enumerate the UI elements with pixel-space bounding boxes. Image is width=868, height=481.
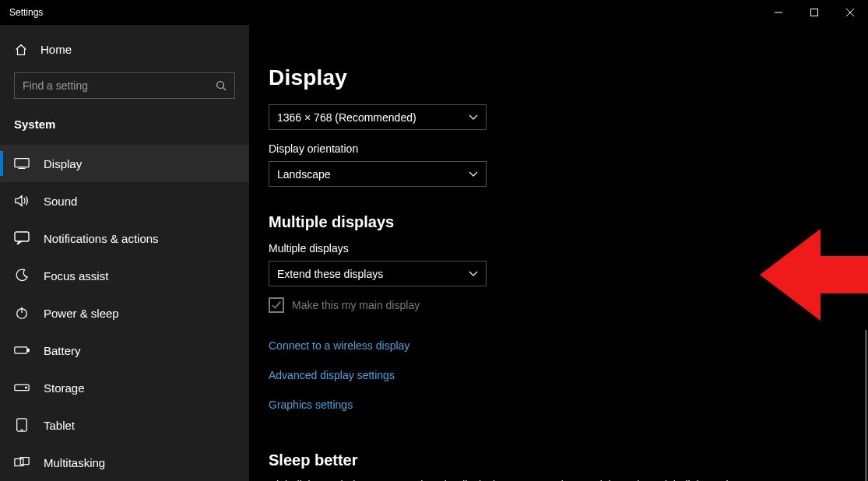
home-label: Home — [40, 43, 72, 56]
scrollbar-thumb[interactable] — [865, 330, 867, 481]
main-display-checkbox-row: Make this my main display — [269, 297, 852, 313]
sidebar-item-notifications[interactable]: Notifications & actions — [0, 219, 249, 257]
sidebar: Home System — [0, 25, 249, 481]
sidebar-item-tablet[interactable]: Tablet — [0, 406, 249, 444]
check-icon — [271, 300, 282, 311]
main-display-checkbox[interactable] — [269, 297, 284, 313]
sound-icon — [14, 194, 30, 208]
multitasking-icon — [14, 456, 30, 469]
close-button[interactable] — [832, 0, 868, 25]
chevron-down-icon — [469, 171, 478, 177]
sidebar-item-label: Power & sleep — [44, 307, 119, 320]
sidebar-item-multitasking[interactable]: Multitasking — [0, 444, 249, 481]
main-display-checkbox-label: Make this my main display — [292, 299, 420, 311]
display-icon — [14, 157, 30, 170]
orientation-value: Landscape — [277, 168, 331, 181]
multiple-displays-label: Multiple displays — [269, 242, 852, 255]
svg-line-5 — [223, 88, 227, 91]
titlebar-left: Settings — [9, 7, 43, 18]
sidebar-item-focus-assist[interactable]: Focus assist — [0, 257, 249, 294]
tablet-icon — [14, 418, 30, 432]
link-advanced-display[interactable]: Advanced display settings — [269, 369, 395, 381]
chevron-down-icon — [469, 114, 478, 121]
sidebar-item-label: Sound — [44, 195, 77, 208]
minimize-icon — [775, 9, 782, 16]
sidebar-item-label: Multitasking — [44, 456, 105, 469]
sidebar-item-display[interactable]: Display — [0, 145, 249, 182]
chevron-down-icon — [469, 271, 478, 277]
sidebar-item-sound[interactable]: Sound — [0, 182, 249, 219]
home-icon — [14, 43, 28, 57]
power-icon — [14, 306, 30, 320]
sidebar-item-battery[interactable]: Battery — [0, 332, 249, 369]
sidebar-item-power-sleep[interactable]: Power & sleep — [0, 294, 249, 332]
sidebar-item-storage[interactable]: Storage — [0, 369, 249, 406]
home-button[interactable]: Home — [0, 34, 249, 65]
sleep-better-heading: Sleep better — [269, 451, 852, 469]
link-graphics-settings[interactable]: Graphics settings — [269, 398, 353, 411]
orientation-label: Display orientation — [269, 142, 852, 155]
search-input-container[interactable] — [14, 72, 235, 99]
body: Home System — [0, 25, 868, 481]
sleep-better-body: Night light can help you get to sleep by… — [269, 477, 845, 481]
multiple-displays-value: Extend these displays — [277, 268, 383, 280]
titlebar: Settings — [0, 0, 868, 25]
svg-rect-8 — [15, 232, 29, 241]
resolution-dropdown[interactable]: 1366 × 768 (Recommended) — [269, 104, 487, 130]
sidebar-item-label: Storage — [44, 381, 85, 395]
multiple-displays-heading: Multiple displays — [269, 213, 852, 231]
storage-icon — [14, 382, 30, 393]
search-icon — [216, 80, 227, 91]
svg-rect-12 — [28, 349, 30, 351]
close-icon — [846, 9, 854, 16]
battery-icon — [14, 345, 30, 356]
minimize-button[interactable] — [761, 0, 796, 25]
maximize-button[interactable] — [796, 0, 832, 25]
search-input[interactable] — [23, 79, 216, 92]
svg-rect-15 — [17, 419, 27, 431]
multiple-displays-dropdown[interactable]: Extend these displays — [269, 261, 487, 286]
moon-icon — [14, 269, 30, 283]
sidebar-item-label: Battery — [44, 344, 81, 357]
sidebar-nav: Display Sound No — [0, 145, 249, 481]
svg-rect-11 — [15, 347, 27, 353]
window-controls — [761, 0, 868, 25]
maximize-icon — [810, 9, 818, 16]
app-name: Settings — [9, 7, 43, 18]
svg-rect-1 — [811, 9, 818, 16]
resolution-value: 1366 × 768 (Recommended) — [277, 111, 416, 124]
sidebar-item-label: Display — [44, 157, 82, 170]
notifications-icon — [14, 231, 30, 245]
page-title: Display — [269, 65, 852, 90]
svg-rect-6 — [15, 159, 29, 167]
sidebar-item-label: Notifications & actions — [44, 232, 159, 245]
settings-window: Settings Home — [0, 0, 868, 481]
search-wrap — [0, 65, 249, 113]
orientation-dropdown[interactable]: Landscape — [269, 161, 487, 187]
svg-point-4 — [217, 82, 224, 89]
sidebar-item-label: Tablet — [44, 419, 75, 432]
link-wireless-display[interactable]: Connect to a wireless display — [269, 339, 409, 352]
svg-point-14 — [26, 387, 27, 388]
links: Connect to a wireless display Advanced d… — [269, 339, 852, 411]
sidebar-section-title: System — [0, 113, 249, 145]
sidebar-item-label: Focus assist — [44, 269, 108, 283]
main-content: Display 1366 × 768 (Recommended) Display… — [249, 25, 868, 481]
